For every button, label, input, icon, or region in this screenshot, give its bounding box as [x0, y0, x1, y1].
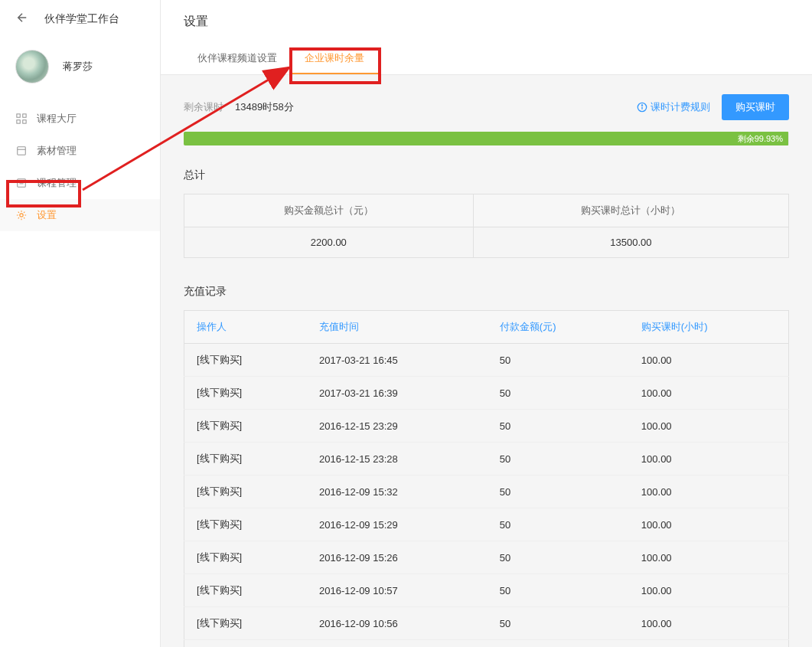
records-header-operator: 操作人	[184, 311, 308, 344]
avatar	[15, 50, 49, 83]
table-row: [线下购买]2016-12-09 10:5750100.00	[184, 574, 789, 607]
table-cell-amount: 50	[488, 443, 629, 475]
table-cell-hours: 100.00	[629, 443, 789, 475]
nav-label: 课程大厅	[37, 112, 77, 126]
table-row: [线下购买]2016-12-09 10:5650100.00	[184, 607, 789, 640]
table-row: [线下购买]2016-12-15 23:2950100.00	[184, 410, 789, 443]
table-cell-time: 2016-12-09 10:57	[307, 574, 488, 607]
table-cell-time: 2017-03-21 16:45	[307, 344, 488, 377]
workspace-title: 伙伴学堂工作台	[44, 12, 119, 26]
svg-rect-4	[18, 147, 26, 155]
table-cell-operator: [线下购买]	[184, 443, 308, 475]
table-cell-amount: 50	[488, 475, 629, 508]
table-cell-hours: 100.00	[629, 574, 789, 607]
totals-header-hours: 购买课时总计（小时）	[473, 194, 788, 227]
table-cell-operator: [线下购买]	[184, 541, 308, 574]
sidebar: 伙伴学堂工作台 蒋罗莎 课程大厅 素材管理	[0, 0, 161, 647]
totals-table: 购买金额总计（元） 购买课时总计（小时） 2200.00 13500.00	[184, 194, 789, 258]
totals-header-amount: 购买金额总计（元）	[184, 194, 474, 227]
back-arrow-icon[interactable]	[15, 11, 29, 28]
svg-point-11	[641, 105, 642, 106]
table-cell-time: 2016-12-06 15:24	[307, 640, 488, 648]
table-row: [线下购买]2016-12-06 15:2450100.00	[184, 640, 789, 648]
svg-rect-3	[23, 120, 26, 123]
records-header-hours: 购买课时(小时)	[629, 311, 789, 344]
table-cell-amount: 50	[488, 377, 629, 410]
records-title: 充值记录	[184, 285, 789, 299]
table-cell-hours: 100.00	[629, 640, 789, 648]
totals-value-amount: 2200.00	[184, 227, 474, 258]
table-cell-time: 2016-12-15 23:29	[307, 410, 488, 443]
table-cell-operator: [线下购买]	[184, 344, 308, 377]
table-cell-operator: [线下购买]	[184, 640, 308, 648]
table-row: [线下购买]2016-12-15 23:2850100.00	[184, 443, 789, 475]
tab-class-balance[interactable]: 企业课时余量	[291, 44, 378, 74]
table-cell-operator: [线下购买]	[184, 410, 308, 443]
user-profile[interactable]: 蒋罗莎	[0, 38, 160, 95]
buy-button[interactable]: 购买课时	[722, 94, 789, 120]
progress-fill	[184, 132, 788, 145]
table-cell-amount: 50	[488, 541, 629, 574]
list-icon	[15, 177, 28, 189]
nav-item-material[interactable]: 素材管理	[0, 135, 160, 167]
table-row: [线下购买]2016-12-09 15:3250100.00	[184, 475, 789, 508]
table-cell-hours: 100.00	[629, 475, 789, 508]
svg-rect-6	[18, 179, 26, 188]
nav-item-course-hall[interactable]: 课程大厅	[0, 103, 160, 135]
table-cell-amount: 50	[488, 344, 629, 377]
nav-item-course-manage[interactable]: 课程管理	[0, 167, 160, 199]
table-cell-amount: 50	[488, 640, 629, 648]
table-cell-hours: 100.00	[629, 607, 789, 640]
remaining-value: 13489时58分	[235, 100, 637, 114]
table-cell-time: 2016-12-09 15:29	[307, 508, 488, 541]
table-cell-hours: 100.00	[629, 377, 789, 410]
grid-icon	[15, 113, 28, 125]
folder-icon	[15, 145, 28, 157]
records-header-time: 充值时间	[307, 311, 488, 344]
progress-text: 剩余99.93%	[738, 133, 783, 145]
table-cell-operator: [线下购买]	[184, 475, 308, 508]
table-cell-operator: [线下购买]	[184, 377, 308, 410]
table-row: [线下购买]2016-12-09 15:2950100.00	[184, 508, 789, 541]
table-cell-amount: 50	[488, 508, 629, 541]
table-cell-amount: 50	[488, 607, 629, 640]
gear-icon	[15, 209, 28, 221]
svg-rect-2	[17, 120, 20, 123]
table-cell-hours: 100.00	[629, 410, 789, 443]
totals-value-hours: 13500.00	[473, 227, 788, 258]
nav-item-settings[interactable]: 设置	[0, 199, 160, 231]
billing-rules-link[interactable]: 课时计费规则	[637, 100, 710, 114]
records-table: 操作人 充值时间 付款金额(元) 购买课时(小时) [线下购买]2017-03-…	[184, 310, 789, 647]
table-cell-operator: [线下购买]	[184, 607, 308, 640]
svg-rect-1	[23, 114, 26, 117]
table-row: [线下购买]2017-03-21 16:4550100.00	[184, 344, 789, 377]
nav-label: 素材管理	[37, 144, 77, 158]
remaining-label: 剩余课时	[184, 100, 223, 114]
table-cell-hours: 100.00	[629, 508, 789, 541]
tab-channel-settings[interactable]: 伙伴课程频道设置	[184, 44, 291, 74]
tabs: 伙伴课程频道设置 企业课时余量	[184, 44, 789, 74]
table-cell-amount: 50	[488, 574, 629, 607]
main-content: 设置 伙伴课程频道设置 企业课时余量 剩余课时 13489时58分 课时计费规则…	[161, 0, 812, 647]
table-cell-amount: 50	[488, 410, 629, 443]
table-cell-hours: 100.00	[629, 344, 789, 377]
table-cell-time: 2016-12-09 15:26	[307, 541, 488, 574]
table-cell-time: 2016-12-09 15:32	[307, 475, 488, 508]
records-header-amount: 付款金额(元)	[488, 311, 629, 344]
nav-label: 课程管理	[37, 176, 77, 190]
table-cell-operator: [线下购买]	[184, 574, 308, 607]
progress-bar: 剩余99.93%	[184, 132, 789, 145]
nav-menu: 课程大厅 素材管理 课程管理 设置	[0, 103, 160, 231]
table-cell-hours: 100.00	[629, 541, 789, 574]
table-cell-time: 2016-12-09 10:56	[307, 607, 488, 640]
nav-label: 设置	[37, 208, 57, 222]
page-title: 设置	[184, 14, 789, 30]
info-icon	[637, 102, 647, 113]
svg-point-9	[20, 214, 23, 217]
svg-rect-0	[17, 114, 20, 117]
table-cell-time: 2016-12-15 23:28	[307, 443, 488, 475]
totals-title: 总计	[184, 168, 789, 182]
username: 蒋罗莎	[63, 60, 93, 74]
table-row: [线下购买]2017-03-21 16:3950100.00	[184, 377, 789, 410]
table-row: [线下购买]2016-12-09 15:2650100.00	[184, 541, 789, 574]
